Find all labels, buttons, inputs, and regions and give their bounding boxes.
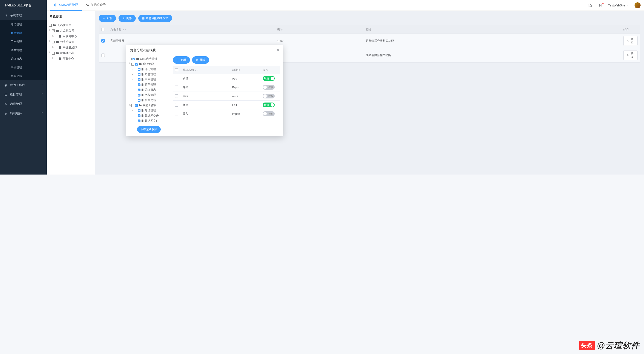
tree-toggle-icon[interactable]: − (52, 41, 55, 43)
tree-node[interactable]: └站点管理 (129, 108, 169, 113)
sort-icon[interactable]: ▲▼ (195, 70, 199, 71)
tree-pipe (129, 78, 130, 81)
row-checkbox[interactable] (175, 112, 178, 115)
tree-node[interactable]: └−融媒体中心 (48, 50, 93, 56)
row-checkbox[interactable] (101, 39, 105, 42)
row-checkbox[interactable] (175, 77, 178, 80)
toggle-switch[interactable]: 授权 (263, 111, 275, 116)
tree-pipe: └ (129, 62, 130, 66)
modal-delete-button[interactable]: 🗑 删除 (192, 56, 209, 64)
row-checkbox[interactable] (101, 53, 105, 57)
tree-checkbox[interactable] (138, 114, 140, 117)
toggle-switch[interactable]: 取消 (263, 102, 275, 107)
user-name: TestWebSite (608, 4, 625, 7)
svg-point-3 (600, 5, 601, 5)
tree-pipe: └ (132, 78, 133, 81)
toggle-switch[interactable]: 授权 (263, 85, 275, 90)
tree-checkbox[interactable] (138, 119, 140, 122)
close-icon[interactable]: ✕ (276, 48, 280, 52)
sidebar-item-用户管理[interactable]: 用户管理 (0, 37, 47, 46)
modal-add-button[interactable]: ＋ 新增 (173, 56, 190, 64)
sidebar-item-部门管理[interactable]: 部门管理 (0, 20, 47, 29)
tree-node[interactable]: └菜单管理 (129, 82, 169, 87)
tree-node[interactable]: └−北京总公司 (48, 28, 93, 33)
tree-node[interactable]: └用户管理 (129, 77, 169, 82)
menu-group-栏目管理[interactable]: ▤栏目管理˅ (0, 90, 47, 99)
tree-node[interactable]: └系统日志 (129, 87, 169, 92)
save-permission-button[interactable]: 保存菜单权限 (137, 126, 161, 133)
select-all-checkbox[interactable] (175, 68, 178, 72)
tree-checkbox[interactable] (135, 63, 138, 65)
home-icon[interactable] (588, 3, 592, 7)
tree-toggle-icon[interactable]: − (132, 104, 134, 107)
assign-button[interactable]: ▦ 角色分配功能模块 (138, 15, 172, 22)
user-menu[interactable]: TestWebSite ⌄ (608, 4, 628, 7)
tree-checkbox[interactable] (138, 78, 140, 81)
row-checkbox[interactable] (175, 94, 178, 98)
toggle-switch[interactable]: 授权 (263, 94, 275, 98)
tree-checkbox[interactable] (138, 68, 140, 71)
delete-button[interactable]: 🗑 删除 (118, 15, 136, 22)
tree-toggle-icon[interactable]: − (52, 29, 55, 32)
cell-desc: 只能查看会员相关功能 (363, 34, 621, 48)
tree-checkbox[interactable] (138, 99, 140, 102)
tree-node[interactable]: └事业发展部 (48, 45, 93, 50)
toggle-switch[interactable]: 取消 (263, 76, 275, 81)
tree-node[interactable]: └角色管理 (129, 72, 169, 77)
menu-group-功能组件[interactable]: ◈功能组件˅ (0, 109, 47, 118)
tree-node[interactable]: −飞易腾集团 (48, 22, 93, 28)
folder-icon (139, 63, 142, 65)
tree-checkbox[interactable] (132, 58, 135, 60)
tree-node[interactable]: └字段管理 (129, 92, 169, 98)
tree-toggle-icon[interactable]: − (129, 58, 132, 60)
tree-node[interactable]: └互联网中心 (48, 33, 93, 39)
tree-label: 互联网中心 (63, 34, 77, 38)
tree-node[interactable]: └版本更新 (129, 98, 169, 103)
tree-checkbox[interactable] (138, 94, 140, 96)
avatar[interactable] (634, 2, 640, 8)
tree-node[interactable]: └数据库文件 (129, 118, 169, 123)
edit-button[interactable]: ✎修改 (623, 36, 638, 46)
tree-node[interactable]: └−包头分公司 (48, 39, 93, 45)
menu-group-我的工作台[interactable]: ◉我的工作台˅ (0, 80, 47, 90)
tree-pipe: └ (132, 73, 133, 76)
sidebar-item-版本更新[interactable]: 版本更新 (0, 72, 47, 80)
tree-node[interactable]: └数据库备份 (129, 113, 169, 118)
cell-menu-name: 审核 (180, 92, 230, 101)
tree-node[interactable]: └部门管理 (129, 67, 169, 72)
sidebar-item-字段管理[interactable]: 字段管理 (0, 63, 47, 72)
tree-label: 包头分公司 (60, 40, 74, 44)
menu-group-内容管理[interactable]: ✎内容管理˅ (0, 99, 47, 109)
table-row: 审核 Audit 授权 (173, 92, 280, 101)
tree-toggle-icon[interactable]: − (52, 52, 55, 55)
menu-group-系统管理[interactable]: ⚙系统管理˄ (0, 11, 47, 20)
sort-icon[interactable]: ▲▼ (122, 29, 127, 30)
tree-node[interactable]: └−我的工作台 (129, 103, 169, 108)
tree-checkbox[interactable] (138, 88, 140, 91)
add-button[interactable]: ＋ 新增 (99, 15, 116, 22)
sidebar-item-菜单管理[interactable]: 菜单管理 (0, 46, 47, 55)
row-checkbox[interactable] (175, 85, 178, 89)
tree-toggle-icon[interactable]: − (132, 63, 134, 65)
select-all-checkbox[interactable] (101, 28, 105, 31)
tree-node[interactable]: └−系统管理 (129, 61, 169, 67)
message-icon[interactable] (598, 3, 602, 7)
edit-button[interactable]: ✎修改 (623, 50, 638, 60)
table-row: 新增 Add 取消 (173, 74, 280, 83)
tab-CMS内容管理[interactable]: CMS内容管理 (50, 0, 82, 11)
assign-label: 角色分配功能模块 (146, 16, 168, 20)
toggle-label: 授权 (268, 95, 274, 98)
tree-node[interactable]: └商务中心 (48, 56, 93, 61)
sidebar-item-系统日志[interactable]: 系统日志 (0, 55, 47, 63)
tab-微信公众号[interactable]: 微信公众号 (82, 0, 110, 11)
tree-checkbox[interactable] (138, 73, 140, 76)
tree-toggle-icon[interactable]: − (49, 24, 52, 27)
row-checkbox[interactable] (175, 103, 178, 107)
sidebar-item-角色管理[interactable]: 角色管理 (0, 29, 47, 37)
tree-node[interactable]: −CMS内容管理 (129, 56, 169, 61)
tree-pipe: └ (132, 99, 133, 102)
tree-checkbox[interactable] (138, 83, 140, 86)
tree-checkbox[interactable] (138, 109, 140, 112)
tree-checkbox[interactable] (135, 104, 138, 107)
tree-label: 商务中心 (63, 57, 74, 61)
